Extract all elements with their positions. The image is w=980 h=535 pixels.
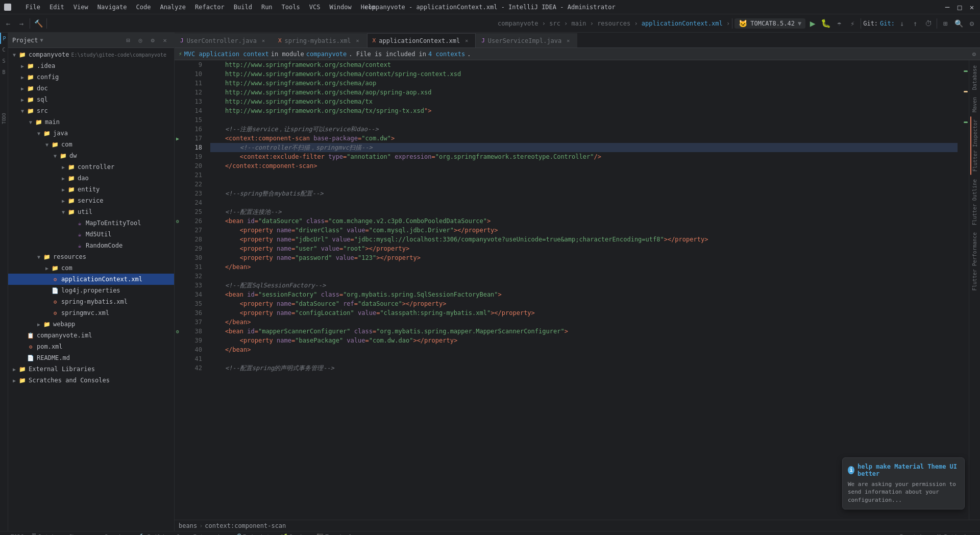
marker-26[interactable]: ⚙ [175,216,181,226]
breadcrumb-component-scan[interactable]: context:component-scan [205,522,286,529]
context-link[interactable]: 4 contexts [428,51,465,58]
menu-vcs[interactable]: VCS [305,3,325,12]
menu-tools[interactable]: Tools [278,3,304,12]
menu-navigate[interactable]: Navigate [93,3,131,12]
menu-window[interactable]: Window [325,3,355,12]
locate-file-button[interactable]: ◎ [135,35,145,45]
tree-item-doc[interactable]: ▶ 📁 doc [8,83,174,94]
tree-item-idea[interactable]: ▶ 📁 .idea [8,60,174,71]
profile-button[interactable]: ⚡ [846,17,859,30]
tree-item-dao[interactable]: ▶ 📁 dao [8,173,174,184]
database-panel-tab[interactable]: Database [971,62,978,93]
tree-item-main[interactable]: ▼ 📁 main [8,116,174,128]
tree-item-scratches[interactable]: ▶ 📁 Scratches and Consoles [8,375,174,386]
endpoints-tab-btn[interactable]: 🔗 Endpoints [233,531,275,535]
bookmarks-tab[interactable]: B [0,66,8,78]
tab-user-service[interactable]: J UserServiceImpl.java ✕ [476,33,577,47]
menu-file[interactable]: File [21,3,44,12]
tab-close-button[interactable]: ✕ [565,37,572,44]
tree-item-dw[interactable]: ▼ 📁 dw [8,150,174,161]
breadcrumb-beans[interactable]: beans [179,522,197,529]
module-link[interactable]: companyvote [306,51,347,58]
panel-close-button[interactable]: ✕ [160,35,170,45]
tree-item-entity[interactable]: ▶ 📁 entity [8,184,174,195]
code-content[interactable]: http://www.springframework.org/schema/co… [206,60,962,520]
settings-button[interactable]: ⚙ [966,17,978,30]
code-editor[interactable]: ▶ ⚙ ⚙ [175,60,980,520]
commit-tab[interactable]: C [0,44,8,55]
update-button[interactable]: ↓ [896,17,908,30]
menu-edit[interactable]: Edit [45,3,68,12]
build-tab-btn[interactable]: 🔨 Build [137,531,166,535]
tree-item-md5util[interactable]: ▶ ☕ Md5Util [8,229,174,240]
tree-item-java[interactable]: ▼ 📁 java [8,128,174,139]
maven-panel-tab[interactable]: Maven [971,94,978,115]
menu-analyze[interactable]: Analyze [156,3,190,12]
tree-item-webapp[interactable]: ▶ 📁 webapp [8,319,174,330]
forward-button[interactable]: → [15,17,28,30]
tab-spring-mybatis[interactable]: X spring-mybatis.xml ✕ [273,33,367,47]
project-dropdown-icon[interactable]: ▼ [40,37,43,43]
layout-button[interactable]: ⊞ [939,17,951,30]
tree-item-service[interactable]: ▶ 📁 service [8,195,174,206]
todo-tab-btn[interactable]: ✓ TODO [4,531,26,535]
tree-item-util[interactable]: ▼ 📁 util [8,206,174,217]
tree-item-map-to-entity[interactable]: ▶ ☕ MapToEntityTool [8,217,174,229]
tree-item-companyvote[interactable]: ▼ 📁 companyvote E:\study\gitee-code\comp… [8,49,174,60]
menu-refactor[interactable]: Refactor [191,3,229,12]
tree-item-resources[interactable]: ▼ 📁 resources [8,251,174,262]
tree-item-com[interactable]: ▼ 📁 com [8,139,174,150]
tree-item-sql[interactable]: ▶ 📁 sql [8,94,174,105]
run-button[interactable]: ▶ [806,17,819,30]
tree-item-src[interactable]: ▼ 📁 src [8,105,174,116]
tree-item-iml[interactable]: ▶ 📋 companyvote.iml [8,330,174,341]
marker-17[interactable]: ▶ [175,134,181,143]
git-branch[interactable]: Git: [880,20,895,27]
tree-item-app-context[interactable]: ▶ ⚙ applicationContext.xml [8,274,174,285]
flutter-inspector-tab[interactable]: Flutter Inspector [970,116,979,175]
services-tab-btn[interactable]: ⚙ Services [98,531,133,535]
project-tab[interactable]: P [0,33,8,44]
tree-item-log4j[interactable]: ▶ 📄 log4j.properties [8,285,174,296]
tree-item-controller[interactable]: ▶ 📁 controller [8,161,174,173]
tree-item-ext-libs[interactable]: ▶ 📁 External Libraries [8,363,174,375]
tree-item-random-code[interactable]: ▶ ☕ RandomCode [8,240,174,251]
panel-settings-button[interactable]: ⚙ [148,35,158,45]
marker-38[interactable]: ⚙ [175,327,181,336]
search-everywhere-button[interactable]: 🔍 [952,17,965,30]
tree-item-springmvc[interactable]: ▶ ⚙ springmvc.xml [8,307,174,319]
mvc-link[interactable]: MVC application context [184,51,269,58]
history-button[interactable]: ⏱ [922,17,935,30]
menu-code[interactable]: Code [132,3,155,12]
menu-view[interactable]: View [69,3,92,12]
run-config[interactable]: 🐱 TOMCAT8.5.42 ▼ [734,18,805,29]
restore-button[interactable]: □ [955,3,964,11]
structure-tab[interactable]: S [0,55,8,66]
tree-item-spring-mybatis[interactable]: ▶ ⚙ spring-mybatis.xml [8,296,174,307]
collapse-all-button[interactable]: ⊟ [123,35,133,45]
java-enterprise-tab-btn[interactable]: ☕ Java Enterprise [170,531,229,535]
tab-close-button[interactable]: ✕ [463,37,470,44]
minimize-button[interactable]: ─ [943,3,951,11]
run-config-dropdown-icon[interactable]: ▼ [798,20,801,27]
spring-tab-btn[interactable]: 🌱 Spring [279,531,311,535]
todo-tab[interactable]: TODO [0,78,8,159]
flutter-performance-tab[interactable]: Flutter Performance [971,229,978,294]
tree-item-res-com[interactable]: ▶ 📁 com [8,262,174,274]
debug-button[interactable]: 🐛 [820,17,832,30]
tab-close-button[interactable]: ✕ [260,37,267,44]
tree-item-config[interactable]: ▶ 📁 config [8,71,174,83]
push-button[interactable]: ↑ [909,17,921,30]
tab-close-button[interactable]: ✕ [354,37,361,44]
info-settings-button[interactable]: ⚙ [972,51,976,58]
menu-build[interactable]: Build [230,3,256,12]
coverage-button[interactable]: ☂ [833,17,845,30]
build-button[interactable]: 🔨 [32,17,44,30]
tree-item-pom[interactable]: ▶ ⚙ pom.xml [8,341,174,352]
tab-app-context[interactable]: X applicationContext.xml ✕ [367,33,476,47]
back-button[interactable]: ← [2,17,14,30]
flutter-outline-tab[interactable]: Flutter Outline [971,176,978,228]
tree-item-readme[interactable]: ▶ 📄 README.md [8,352,174,363]
db-changes-tab-btn[interactable]: 🗄 Database Changes [30,531,94,535]
tab-user-controller[interactable]: J UserController.java ✕ [175,33,273,47]
